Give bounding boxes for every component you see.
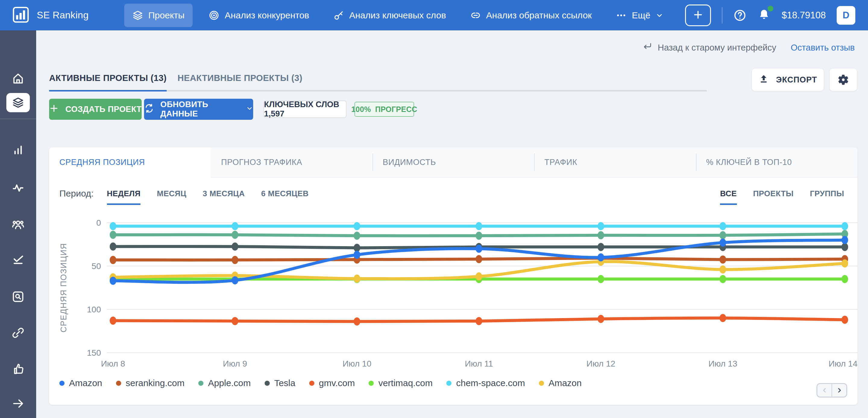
data-point[interactable] <box>353 251 360 259</box>
data-point[interactable] <box>719 231 726 239</box>
legend-item[interactable]: Amazon <box>59 378 102 388</box>
data-point[interactable] <box>841 275 848 283</box>
brand[interactable]: SE Ranking <box>12 6 89 25</box>
data-point[interactable] <box>841 236 848 244</box>
data-point[interactable] <box>841 316 848 324</box>
data-point[interactable] <box>232 222 239 230</box>
data-point[interactable] <box>353 232 360 240</box>
data-point[interactable] <box>719 314 726 322</box>
sidebar-item-backlinks[interactable] <box>11 326 25 340</box>
sidebar-item-feedback[interactable] <box>11 362 25 376</box>
metric-tab[interactable]: % КЛЮЧЕЙ В ТОП-10 <box>696 147 858 178</box>
data-point[interactable] <box>353 274 360 283</box>
sidebar-item-site-audit[interactable] <box>11 290 25 303</box>
data-point[interactable] <box>841 243 848 251</box>
data-point[interactable] <box>475 255 482 263</box>
data-point[interactable] <box>598 315 604 323</box>
legend-dot <box>265 381 270 386</box>
data-point[interactable] <box>475 232 482 240</box>
metric-tab[interactable]: СРЕДНЯЯ ПОЗИЦИЯ <box>49 147 211 178</box>
data-point[interactable] <box>841 222 848 230</box>
data-point[interactable] <box>110 277 116 285</box>
data-point[interactable] <box>475 272 482 280</box>
legend-item[interactable]: vertimaq.com <box>369 378 433 388</box>
data-point[interactable] <box>719 255 726 264</box>
data-point[interactable] <box>353 317 360 325</box>
nav-item-анализ-ключевых-слов[interactable]: Анализ ключевых слов <box>325 4 454 27</box>
settings-button[interactable] <box>830 69 857 91</box>
data-point[interactable] <box>719 239 726 247</box>
data-point[interactable] <box>232 276 239 284</box>
period-option[interactable]: 6 МЕСЯЦЕВ <box>261 186 309 201</box>
scope-option[interactable]: ВСЕ <box>720 186 737 201</box>
project-tab[interactable]: НЕАКТИВНЫЕ ПРОЕКТЫ (3) <box>178 73 302 92</box>
average-position-chart[interactable]: 050100150СРЕДНЯЯ ПОЗИЦИЯИюл 8Июл 9Июл 10… <box>49 209 858 372</box>
pager-next-button[interactable] <box>832 384 846 397</box>
sidebar-item-home[interactable] <box>11 72 25 85</box>
x-tick-label: Июл 12 <box>587 359 615 368</box>
avatar[interactable]: D <box>837 6 855 25</box>
back-to-old-interface-link[interactable]: Назад к старому интерфейсу <box>643 41 776 54</box>
nav-item-ещё[interactable]: Ещё <box>608 4 671 27</box>
sidebar-item-projects[interactable] <box>6 93 30 112</box>
data-point[interactable] <box>719 266 726 274</box>
sidebar-item-rank-checker[interactable] <box>11 254 25 268</box>
data-point[interactable] <box>110 243 116 251</box>
chart-legend: Amazonseranking.comApple.comTeslagmv.com… <box>49 378 858 388</box>
data-point[interactable] <box>353 222 360 230</box>
legend-item[interactable]: gmv.com <box>309 378 355 388</box>
metric-tab[interactable]: ТРАФИК <box>534 147 695 178</box>
data-point[interactable] <box>110 256 116 264</box>
data-point[interactable] <box>475 222 482 230</box>
data-point[interactable] <box>475 245 482 253</box>
notifications-button[interactable] <box>757 8 771 23</box>
nav-item-анализ-конкурентов[interactable]: Анализ конкурентов <box>200 4 317 27</box>
data-point[interactable] <box>110 222 116 230</box>
data-point[interactable] <box>232 243 239 251</box>
data-point[interactable] <box>110 231 116 239</box>
scope-option[interactable]: ПРОЕКТЫ <box>753 186 794 201</box>
data-point[interactable] <box>598 231 604 239</box>
data-point[interactable] <box>475 317 482 325</box>
legend-item[interactable]: seranking.com <box>116 378 184 388</box>
sidebar-item-users[interactable] <box>11 218 25 231</box>
scope-option[interactable]: ГРУППЫ <box>810 186 844 201</box>
nav-item-проекты[interactable]: Проекты <box>124 4 193 27</box>
period-option[interactable]: 3 МЕСЯЦА <box>203 186 245 201</box>
legend-item[interactable]: Apple.com <box>198 378 251 388</box>
data-point[interactable] <box>232 231 239 239</box>
export-button[interactable]: ЭКСПОРТ <box>752 69 824 91</box>
pager-prev-button[interactable] <box>817 384 832 397</box>
account-balance[interactable]: $18.79108 <box>781 10 826 21</box>
data-point[interactable] <box>232 256 239 264</box>
data-point[interactable] <box>598 253 604 262</box>
data-point[interactable] <box>598 275 604 283</box>
period-option[interactable]: НЕДЕЛЯ <box>107 186 141 201</box>
refresh-data-button[interactable]: ОБНОВИТЬ ДАННЫЕ <box>144 99 253 120</box>
metric-tab[interactable]: ПРОГНОЗ ТРАФИКА <box>211 147 372 178</box>
legend-item[interactable]: Amazon <box>539 378 582 388</box>
layers-icon <box>132 10 143 21</box>
data-point[interactable] <box>110 317 116 325</box>
data-point[interactable] <box>719 275 726 283</box>
metric-tab[interactable]: ВИДИМОСТЬ <box>373 147 534 178</box>
legend-item[interactable]: Tesla <box>265 378 296 388</box>
sidebar-item-analytics[interactable] <box>11 143 25 156</box>
data-point[interactable] <box>353 244 360 252</box>
period-option[interactable]: МЕСЯЦ <box>157 186 186 201</box>
sidebar-item-monitoring[interactable] <box>11 181 25 195</box>
nav-item-анализ-обратных-ссылок[interactable]: Анализ обратных ссылок <box>462 4 600 27</box>
add-button[interactable] <box>685 4 711 26</box>
leave-feedback-link[interactable]: Оставить отзыв <box>790 43 855 53</box>
sidebar-item-expand-sidebar[interactable] <box>11 397 25 410</box>
data-point[interactable] <box>598 222 604 230</box>
help-button[interactable] <box>733 9 747 22</box>
data-point[interactable] <box>841 259 848 268</box>
create-project-button[interactable]: СОЗДАТЬ ПРОЕКТ <box>49 99 142 120</box>
data-point[interactable] <box>598 243 604 251</box>
chevron-down-icon <box>655 11 663 19</box>
legend-item[interactable]: chem-space.com <box>446 378 525 388</box>
data-point[interactable] <box>232 317 239 325</box>
project-tab[interactable]: АКТИВНЫЕ ПРОЕКТЫ (13) <box>49 73 167 92</box>
data-point[interactable] <box>719 222 726 230</box>
